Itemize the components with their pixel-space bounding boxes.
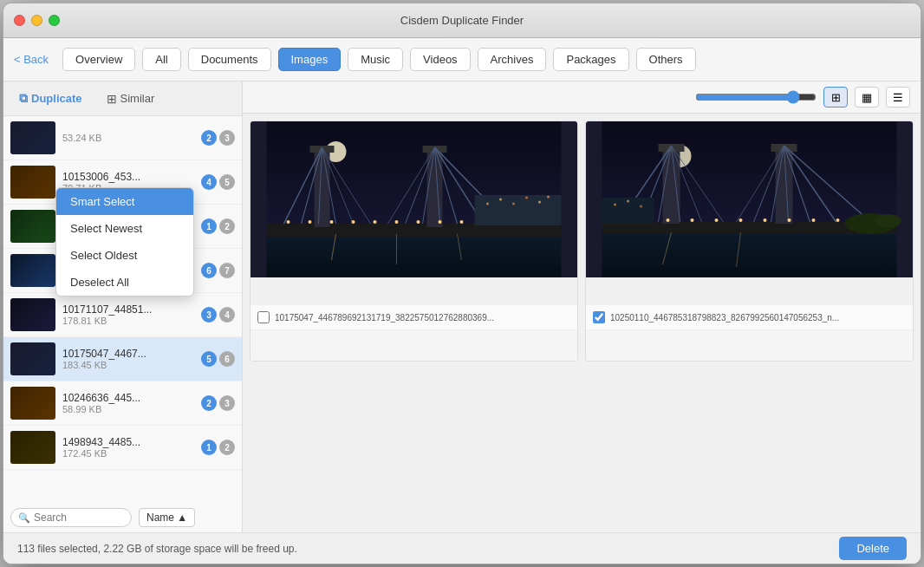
view-list-button[interactable]: ☰: [886, 87, 910, 108]
image-preview: [251, 121, 577, 277]
svg-point-81: [627, 200, 629, 203]
badge-count2: 3: [219, 395, 235, 411]
image-sub: [251, 277, 577, 305]
tab-others[interactable]: Others: [636, 48, 696, 71]
titlebar: Cisdem Duplicate Finder: [3, 3, 921, 38]
image-label: 10250110_446785318798823_826799256014705…: [610, 313, 839, 323]
svg-point-76: [875, 214, 901, 228]
bridge-svg: [251, 121, 577, 277]
view-grid-button[interactable]: ⊞: [823, 87, 848, 108]
list-item[interactable]: 10175047_4467... 183.45 KB 5 6: [3, 337, 242, 381]
thumbnail: [10, 166, 55, 199]
thumbnail: [10, 342, 55, 375]
badge-count2: 6: [219, 351, 235, 367]
list-item[interactable]: 53.24 KB 2 3: [3, 116, 242, 160]
item-badges: 1 2: [201, 218, 235, 234]
badge-count2: 2: [219, 440, 235, 455]
item-badges: 5 6: [201, 351, 235, 367]
sidebar-tab-duplicate[interactable]: ⧉ Duplicate: [14, 88, 88, 108]
delete-button[interactable]: Delete: [839, 537, 907, 560]
svg-point-39: [512, 203, 515, 205]
list-item[interactable]: 10171107_44851... 178.81 KB 3 4: [3, 293, 242, 337]
item-badges: 2 3: [201, 130, 235, 146]
svg-point-70: [764, 218, 767, 222]
badge-count2: 4: [219, 307, 235, 323]
sidebar-header: ⧉ Duplicate ⊞ Similar: [3, 81, 242, 116]
svg-point-25: [374, 220, 377, 224]
search-box[interactable]: 🔍: [10, 508, 132, 527]
image-checkbox[interactable]: [593, 311, 605, 323]
slider-container: [695, 90, 817, 104]
search-input[interactable]: [34, 512, 120, 524]
dropdown-item-smart-select[interactable]: Smart Select: [56, 188, 193, 215]
badge-count1: 4: [201, 174, 217, 190]
back-button[interactable]: < Back: [14, 53, 49, 66]
item-badges: 1 2: [201, 440, 235, 455]
main-area: ⧉ Duplicate ⊞ Similar 53.24 KB 2: [3, 81, 921, 532]
svg-point-66: [667, 218, 670, 222]
window-title: Cisdem Duplicate Finder: [400, 14, 524, 27]
dropdown-item-select-newest[interactable]: Select Newest: [56, 215, 193, 242]
svg-rect-2: [267, 234, 562, 277]
sidebar: ⧉ Duplicate ⊞ Similar 53.24 KB 2: [3, 81, 243, 532]
tab-images[interactable]: Images: [278, 48, 342, 71]
image-checkbox[interactable]: [257, 311, 270, 323]
svg-point-69: [739, 218, 743, 222]
image-preview: [586, 121, 913, 277]
svg-point-71: [788, 218, 791, 222]
badge-count2: 2: [219, 218, 235, 234]
thumbnail: [10, 387, 55, 420]
svg-rect-36: [475, 195, 562, 225]
dropdown-item-select-oldest[interactable]: Select Oldest: [56, 242, 193, 269]
badge-count1: 5: [201, 351, 217, 367]
svg-point-28: [439, 220, 442, 224]
image-cell: 10250110_446785318798823_826799256014705…: [585, 121, 914, 362]
navbar: < Back Overview All Documents Images Mus…: [3, 38, 921, 81]
tab-videos[interactable]: Videos: [410, 48, 471, 71]
tab-overview[interactable]: Overview: [62, 48, 135, 71]
tab-documents[interactable]: Documents: [188, 48, 271, 71]
svg-point-82: [640, 205, 642, 208]
zoom-slider[interactable]: [695, 90, 817, 104]
tab-archives[interactable]: Archives: [478, 48, 547, 71]
svg-point-26: [395, 220, 399, 224]
list-item[interactable]: 1498943_4485... 172.45 KB 1 2: [3, 426, 242, 470]
svg-point-27: [417, 220, 420, 224]
window-controls: [14, 15, 60, 26]
close-button[interactable]: [14, 15, 25, 26]
tab-all[interactable]: All: [142, 48, 180, 71]
image-cell: 10175047_446789692131719_382257501276288…: [250, 121, 578, 362]
list-item[interactable]: 10246636_445... 58.99 KB 2 3: [3, 381, 242, 426]
svg-point-42: [547, 196, 550, 199]
svg-point-21: [287, 220, 290, 224]
svg-point-41: [538, 201, 541, 204]
duplicate-icon: ⧉: [19, 91, 28, 106]
svg-point-38: [499, 199, 502, 201]
sidebar-tab-similar-label: Similar: [120, 92, 155, 105]
svg-point-24: [352, 220, 355, 224]
item-badges: 3 4: [201, 307, 235, 323]
search-icon: 🔍: [18, 512, 30, 524]
svg-point-80: [614, 204, 616, 206]
svg-point-29: [460, 220, 464, 224]
minimize-button[interactable]: [31, 15, 42, 26]
image-sub2: [251, 329, 577, 361]
sidebar-tab-duplicate-label: Duplicate: [31, 92, 82, 105]
thumbnail: [10, 431, 55, 464]
svg-point-22: [309, 220, 312, 224]
sort-button[interactable]: Name ▲: [139, 508, 195, 527]
maximize-button[interactable]: [49, 15, 60, 26]
view-column-button[interactable]: ▦: [855, 87, 879, 108]
badge-count2: 7: [219, 263, 235, 278]
thumbnail: [10, 121, 55, 154]
svg-rect-47: [663, 146, 680, 224]
dropdown-item-deselect-all[interactable]: Deselect All: [56, 269, 193, 296]
badge-count1: 2: [201, 130, 217, 146]
badge-count1: 1: [201, 218, 217, 234]
tab-packages[interactable]: Packages: [553, 48, 628, 71]
sidebar-tab-similar[interactable]: ⊞ Similar: [101, 89, 160, 108]
svg-rect-49: [776, 146, 793, 224]
tab-music[interactable]: Music: [348, 48, 403, 71]
similar-icon: ⊞: [107, 92, 117, 106]
badge-count1: 3: [201, 307, 217, 323]
